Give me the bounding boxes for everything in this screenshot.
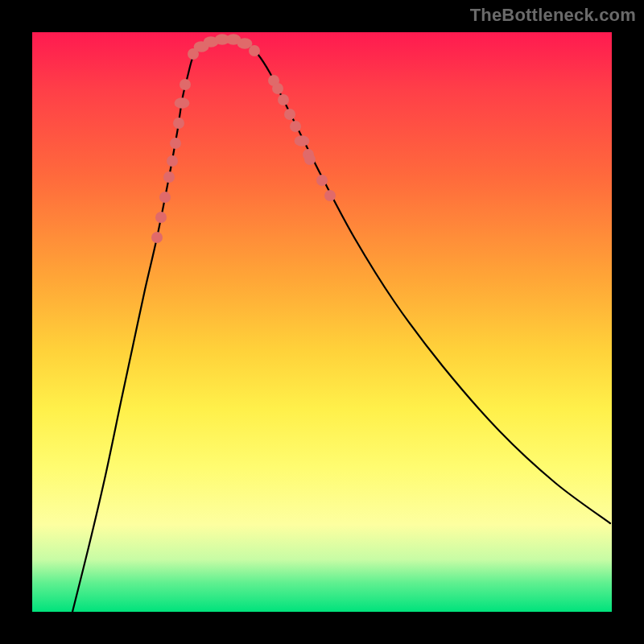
data-marker: [316, 175, 328, 186]
data-marker: [155, 212, 167, 223]
data-marker: [173, 118, 184, 129]
data-marker: [290, 121, 301, 132]
data-marker: [304, 154, 316, 165]
data-marker: [278, 94, 289, 105]
bottleneck-curve: [72, 39, 610, 612]
watermark-text: TheBottleneck.com: [470, 5, 636, 26]
data-marker: [170, 138, 181, 149]
data-marker: [180, 79, 191, 90]
chart-svg: [32, 32, 612, 612]
data-marker: [284, 109, 295, 120]
data-marker: [295, 135, 310, 146]
data-marker: [272, 83, 283, 94]
data-marker: [167, 155, 178, 167]
data-marker: [249, 45, 260, 56]
data-marker: [151, 232, 163, 243]
data-marker: [163, 171, 175, 183]
data-marker: [159, 192, 171, 203]
marker-group: [151, 34, 336, 243]
chart-frame: TheBottleneck.com: [0, 0, 644, 644]
plot-area: [32, 32, 612, 612]
data-marker: [324, 190, 336, 201]
data-marker: [175, 97, 190, 108]
